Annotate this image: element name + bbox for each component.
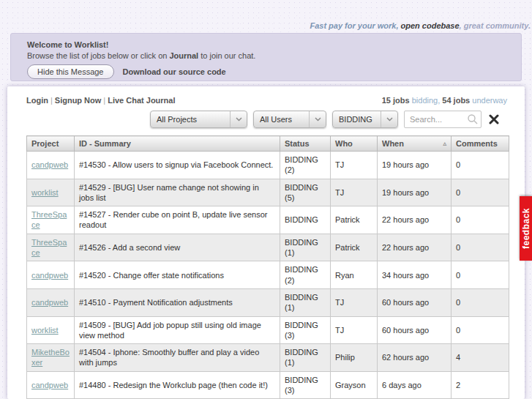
underway-link[interactable]: underway bbox=[472, 96, 507, 105]
comments-cell: 0 bbox=[452, 206, 509, 234]
project-cell: worklist bbox=[27, 316, 75, 344]
summary-cell: #14530 - Allow users to signup via Faceb… bbox=[75, 152, 280, 179]
bidding-link[interactable]: bidding, bbox=[412, 96, 441, 105]
column-header-comments[interactable]: Comments bbox=[452, 136, 509, 152]
users-filter-value: All Users bbox=[254, 115, 298, 124]
table-row[interactable]: ThreeSpace#14526 - Add a second viewBIDD… bbox=[27, 234, 509, 261]
project-cell: ThreeSpace bbox=[27, 206, 75, 234]
who-cell: Patrick bbox=[331, 206, 378, 234]
chevron-down-icon bbox=[230, 111, 247, 127]
summary-cell: #14510 - Payment Notification adjustment… bbox=[75, 288, 280, 316]
column-header-id-summary[interactable]: ID - Summary bbox=[75, 136, 280, 152]
nav-separator: | bbox=[48, 96, 55, 105]
summary-cell: #14480 - Redesign the Workclub page (the… bbox=[75, 371, 280, 399]
project-link[interactable]: candpweb bbox=[31, 298, 68, 307]
nav-link-login[interactable]: Login bbox=[26, 96, 48, 105]
nav-separator: | bbox=[101, 96, 108, 105]
projects-filter-dropdown[interactable]: All Projects bbox=[150, 111, 247, 128]
journal-link-text[interactable]: Journal bbox=[169, 51, 198, 60]
when-cell: 60 hours ago bbox=[378, 288, 452, 316]
when-cell: 22 hours ago bbox=[378, 206, 452, 234]
who-cell: TJ bbox=[331, 316, 378, 344]
status-cell: BIDDING bbox=[280, 206, 331, 234]
column-header-who[interactable]: Who bbox=[331, 136, 378, 152]
when-cell: 22 hours ago bbox=[378, 234, 452, 261]
status-filter-dropdown[interactable]: BIDDING bbox=[332, 111, 398, 128]
project-cell: worklist bbox=[27, 179, 75, 206]
project-link[interactable]: candpweb bbox=[31, 271, 68, 280]
summary-cell: #14520 - Change offer state notification… bbox=[75, 261, 280, 289]
comments-cell: 2 bbox=[452, 371, 509, 399]
table-row[interactable]: worklist#14509 - [BUG] Add job popup sti… bbox=[27, 316, 509, 344]
comments-cell: 4 bbox=[452, 344, 509, 372]
status-cell: BIDDING (1) bbox=[280, 234, 331, 261]
summary-cell: #14527 - Render cube on point B, update … bbox=[75, 206, 280, 234]
who-cell: Grayson bbox=[331, 371, 378, 399]
tagline-part1: Fast pay for your work, bbox=[310, 21, 400, 30]
tagline-part3: , great community. bbox=[460, 21, 531, 30]
who-cell: Patrick bbox=[331, 234, 378, 261]
who-cell: TJ bbox=[331, 152, 378, 179]
jobs-table-body: candpweb#14530 - Allow users to signup v… bbox=[27, 152, 509, 399]
column-header-status[interactable]: Status bbox=[280, 136, 331, 152]
bidding-count: 15 jobs bbox=[382, 96, 410, 105]
status-cell: BIDDING (1) bbox=[280, 288, 331, 316]
welcome-body-post: to join our chat. bbox=[198, 51, 255, 60]
clear-search-icon[interactable] bbox=[487, 113, 501, 126]
project-link[interactable]: MiketheBoxer bbox=[31, 348, 70, 367]
users-filter-dropdown[interactable]: All Users bbox=[253, 111, 326, 128]
project-cell: MiketheBoxer bbox=[27, 344, 75, 372]
welcome-body-pre: Browse the list of jobs below or click o… bbox=[27, 51, 169, 60]
jobs-stats: 15 jobs bidding, 54 jobs underway bbox=[382, 96, 507, 105]
column-header-project[interactable]: Project bbox=[27, 136, 75, 152]
comments-cell: 0 bbox=[452, 316, 509, 344]
project-link[interactable]: ThreeSpace bbox=[31, 210, 67, 229]
comments-cell: 0 bbox=[452, 179, 509, 206]
welcome-title: Welcome to Worklist! bbox=[27, 40, 505, 49]
feedback-tab[interactable]: feedback bbox=[520, 196, 532, 261]
comments-cell: 0 bbox=[452, 152, 509, 179]
table-row[interactable]: candpweb#14510 - Payment Notification ad… bbox=[27, 288, 509, 316]
search-box bbox=[404, 111, 482, 128]
project-link[interactable]: worklist bbox=[31, 326, 59, 335]
jobs-table-header: ProjectID - SummaryStatusWhoWhen▵Comment… bbox=[27, 136, 509, 152]
projects-filter-value: All Projects bbox=[151, 115, 203, 124]
status-cell: BIDDING (3) bbox=[280, 371, 331, 399]
table-row[interactable]: ThreeSpace#14527 - Render cube on point … bbox=[27, 206, 509, 234]
when-cell: 60 hours ago bbox=[378, 316, 452, 344]
project-link[interactable]: candpweb bbox=[31, 381, 68, 389]
nav-link-live-chat-journal[interactable]: Live Chat Journal bbox=[108, 96, 175, 105]
marketing-tagline: Fast pay for your work, open codebase, g… bbox=[310, 21, 531, 30]
table-row[interactable]: candpweb#14480 - Redesign the Workclub p… bbox=[27, 371, 509, 399]
table-row[interactable]: MiketheBoxer#14504 - Iphone: Smoothly bu… bbox=[27, 344, 509, 372]
search-icon bbox=[467, 113, 479, 128]
table-row[interactable]: worklist#14529 - [BUG] User name change … bbox=[27, 179, 509, 206]
underway-count: 54 jobs bbox=[442, 96, 470, 105]
project-cell: candpweb bbox=[27, 288, 75, 316]
who-cell: Philip bbox=[331, 344, 378, 372]
sort-arrow-icon: ▵ bbox=[443, 140, 446, 147]
project-cell: candpweb bbox=[27, 261, 75, 289]
nav-links: Login|Signup Now|Live Chat Journal bbox=[26, 96, 176, 105]
download-source-link[interactable]: Download our source code bbox=[123, 67, 226, 76]
who-cell: TJ bbox=[331, 288, 378, 316]
project-link[interactable]: candpweb bbox=[31, 160, 68, 169]
when-cell: 62 hours ago bbox=[378, 344, 452, 372]
who-cell: Ryan bbox=[331, 261, 378, 289]
when-cell: 19 hours ago bbox=[378, 152, 452, 179]
status-cell: BIDDING (2) bbox=[280, 152, 331, 179]
hide-message-button[interactable]: Hide this Message bbox=[27, 64, 114, 79]
summary-cell: #14529 - [BUG] User name change not show… bbox=[75, 179, 280, 206]
project-link[interactable]: worklist bbox=[31, 188, 59, 197]
when-cell: 6 days ago bbox=[378, 371, 452, 399]
status-cell: BIDDING (2) bbox=[280, 261, 331, 289]
comments-cell: 0 bbox=[452, 261, 509, 289]
column-header-when[interactable]: When▵ bbox=[378, 136, 452, 152]
nav-link-signup-now[interactable]: Signup Now bbox=[55, 96, 102, 105]
tagline-part2: open codebase bbox=[401, 21, 460, 30]
table-row[interactable]: candpweb#14520 - Change offer state noti… bbox=[27, 261, 509, 289]
table-row[interactable]: candpweb#14530 - Allow users to signup v… bbox=[27, 152, 509, 179]
welcome-message-box: Welcome to Worklist! Browse the list of … bbox=[10, 33, 522, 81]
project-link[interactable]: ThreeSpace bbox=[31, 238, 67, 257]
jobs-table: ProjectID - SummaryStatusWhoWhen▵Comment… bbox=[26, 135, 509, 399]
